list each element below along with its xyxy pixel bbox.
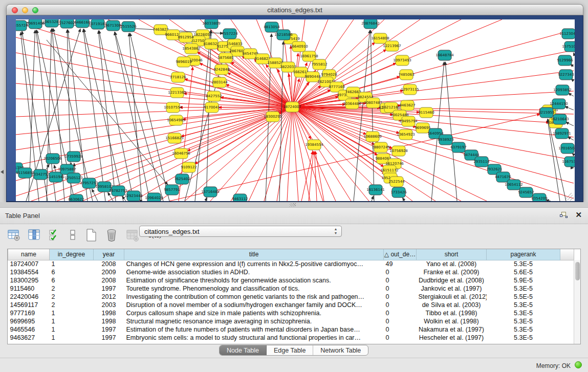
table-cell[interactable]: Embryonic stem cells: a model to study s… xyxy=(124,334,384,342)
table-cell[interactable]: 1 xyxy=(50,260,94,268)
table-cell[interactable]: 2008 xyxy=(94,276,124,285)
table-cell[interactable]: Estimation of the future numbers of pati… xyxy=(124,325,384,334)
table-cell[interactable] xyxy=(560,325,574,334)
graph-node[interactable]: 2522544 xyxy=(388,177,405,187)
table-cell[interactable]: 5.3E-5 xyxy=(487,309,560,317)
table-cell[interactable]: 19384554 xyxy=(8,268,50,276)
select-all-icon[interactable] xyxy=(49,228,62,242)
table-cell[interactable]: 0 xyxy=(384,285,417,293)
graph-node[interactable]: 4671308 xyxy=(105,20,121,31)
graph-node[interactable]: 16648784 xyxy=(435,50,454,60)
graph-node[interactable]: 7955812 xyxy=(311,59,327,70)
graph-node[interactable]: 10107554 xyxy=(164,102,182,113)
network-canvas[interactable]: 1822605891275088186328912750915468332867… xyxy=(16,19,575,201)
table-cell[interactable]: 22420046 xyxy=(8,293,50,301)
table-cell[interactable]: 2 xyxy=(50,285,94,293)
table-row[interactable]: 1830029562008Estimation of significance … xyxy=(8,276,574,285)
table-cell[interactable]: 18300295 xyxy=(8,276,50,285)
graph-node[interactable]: 17016504 xyxy=(558,143,575,154)
table-cell[interactable] xyxy=(560,309,574,317)
graph-node[interactable]: 20876842 xyxy=(361,19,380,29)
column-header-title[interactable]: title xyxy=(124,249,384,260)
table-cell[interactable] xyxy=(560,334,574,342)
tab-node-table[interactable]: Node Table xyxy=(220,345,267,356)
graph-node[interactable]: 13654923 xyxy=(397,129,415,140)
graph-node[interactable]: 10688609 xyxy=(363,132,382,142)
table-cell[interactable]: 0 xyxy=(384,317,417,325)
graph-node[interactable]: 9896019 xyxy=(176,57,191,67)
column-header-filler[interactable] xyxy=(560,249,574,260)
graph-node[interactable]: 19495794 xyxy=(399,116,418,126)
table-cell[interactable]: Nakamura et al. (1997) xyxy=(417,325,487,334)
table-cell[interactable]: 1998 xyxy=(94,317,124,325)
table-cell[interactable]: Yano et al. (2008) xyxy=(417,260,487,268)
graph-node[interactable]: 15716485 xyxy=(201,187,220,197)
table-cell[interactable]: Stergiakouli et al. (2012) xyxy=(417,293,487,301)
table-cell[interactable]: 49 xyxy=(384,260,417,268)
collapsed-panel-arrow[interactable] xyxy=(1,170,4,174)
graph-node[interactable]: 11123044 xyxy=(559,29,575,39)
graph-node[interactable]: 8354209 xyxy=(531,193,547,201)
table-cell[interactable]: 9115460 xyxy=(8,285,50,293)
table-row[interactable]: 1938455462009Genome-wide association stu… xyxy=(8,268,574,276)
graph-node[interactable]: 12973115 xyxy=(401,84,419,95)
table-cell[interactable]: 0 xyxy=(384,325,417,334)
table-row[interactable]: 1872400712008Changes of HCN gene express… xyxy=(8,260,574,268)
column-header-name[interactable]: name xyxy=(8,249,50,260)
table-cell[interactable]: Changes of HCN gene expression and I(f) … xyxy=(124,260,384,268)
graph-node[interactable]: 9245652 xyxy=(518,187,534,198)
table-row[interactable]: 969969511998Structural magnetic resonanc… xyxy=(8,317,574,325)
table-cell[interactable]: de Silva et al. (2003) xyxy=(417,301,487,309)
graph-node[interactable]: 8938923 xyxy=(438,135,453,145)
rows-icon[interactable] xyxy=(69,228,77,242)
table-cell[interactable]: 18724007 xyxy=(8,260,50,268)
table-cell[interactable]: 5.3E-5 xyxy=(487,301,560,309)
graph-node[interactable]: 9129966 xyxy=(557,55,573,65)
table-cell[interactable]: 6 xyxy=(50,268,94,276)
graph-node[interactable]: 16136141 xyxy=(366,185,385,195)
graph-node[interactable]: 10654985 xyxy=(167,115,185,125)
graph-node[interactable]: 10756928 xyxy=(389,146,408,156)
column-header-out_de…[interactable]: △ out_de… xyxy=(384,249,417,260)
graph-node[interactable]: 15892971 xyxy=(553,128,571,139)
graph-node[interactable]: 15166825 xyxy=(165,133,184,143)
graph-node[interactable]: 12213967 xyxy=(383,41,401,51)
graph-node[interactable]: 7515526 xyxy=(120,21,137,32)
graph-node[interactable]: 12213363 xyxy=(168,87,186,98)
graph-node[interactable]: 1733426 xyxy=(390,187,407,198)
graph-node[interactable]: 12923448 xyxy=(124,191,143,201)
graph-node[interactable]: 6466160 xyxy=(74,19,90,28)
graph-node[interactable]: 7625402 xyxy=(174,174,190,184)
table-scrollbar[interactable] xyxy=(574,260,580,344)
graph-node[interactable]: 16640910 xyxy=(290,41,308,52)
table-cell[interactable]: 5.5E-5 xyxy=(487,293,560,301)
table-cell[interactable]: Disruption of a novel member of a sodium… xyxy=(124,301,384,309)
graph-node[interactable]: 9170041 xyxy=(204,102,220,113)
table-cell[interactable]: Franke et al. (2009) xyxy=(417,268,487,276)
table-row[interactable]: 946554611997Estimation of the future num… xyxy=(8,325,574,334)
graph-node[interactable]: 20206506 xyxy=(43,154,62,164)
table-cell[interactable]: Jankovic et al. (1997) xyxy=(417,285,487,293)
graph-node[interactable]: 9857791 xyxy=(164,185,180,195)
float-panel-icon[interactable] xyxy=(560,212,568,219)
table-cell[interactable]: 5.3E-5 xyxy=(487,325,560,334)
table-row[interactable]: 1456911722003Disruption of a novel membe… xyxy=(8,301,574,309)
graph-node[interactable]: 9227343 xyxy=(558,70,574,80)
graph-node[interactable]: 12093852 xyxy=(553,85,572,95)
graph-node[interactable]: 15218586 xyxy=(274,30,293,40)
graph-node[interactable]: 8912954 xyxy=(178,32,194,42)
table-cell[interactable]: Investigating the contribution of common… xyxy=(124,293,384,301)
table-cell[interactable]: 9777169 xyxy=(8,309,50,317)
graph-node[interactable]: 5875685 xyxy=(217,53,233,63)
graph-node[interactable]: 10964028 xyxy=(145,193,163,201)
column-header-year[interactable]: year xyxy=(94,249,124,260)
table-cell[interactable]: Hescheler et al. (1997) xyxy=(417,334,487,342)
close-panel-icon[interactable]: ✕ xyxy=(575,211,582,219)
window-titlebar[interactable]: citations_edges.txt xyxy=(6,4,583,15)
graph-node[interactable]: 9463627 xyxy=(399,100,415,111)
table-cell[interactable] xyxy=(560,276,574,285)
graph-node[interactable]: 9242848 xyxy=(213,64,229,75)
table-cell[interactable]: 0 xyxy=(384,268,417,276)
column-header-in_degree[interactable]: in_degree xyxy=(50,249,94,260)
table-cell[interactable]: 5.3E-5 xyxy=(487,317,560,325)
